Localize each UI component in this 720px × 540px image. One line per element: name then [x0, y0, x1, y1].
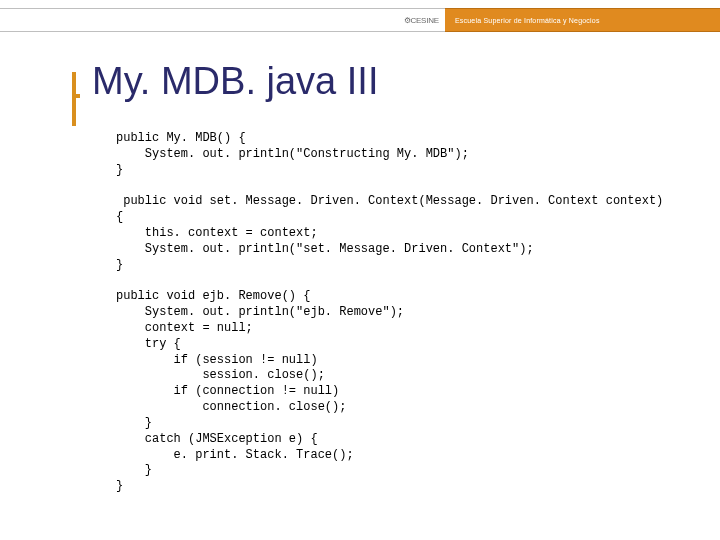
- logo-text: ⚙CESINE: [404, 16, 439, 25]
- header-bar: ⚙CESINE Escuela Superior de Informática …: [0, 8, 720, 32]
- header-logo-area: ⚙CESINE: [0, 8, 445, 32]
- page-title: My. MDB. java III: [92, 60, 690, 103]
- header-tagline: Escuela Superior de Informática y Negoci…: [455, 17, 600, 24]
- code-block: public My. MDB() { System. out. println(…: [116, 131, 690, 495]
- header-tagline-area: Escuela Superior de Informática y Negoci…: [445, 8, 720, 32]
- slide-content: My. MDB. java III public My. MDB() { Sys…: [72, 60, 690, 495]
